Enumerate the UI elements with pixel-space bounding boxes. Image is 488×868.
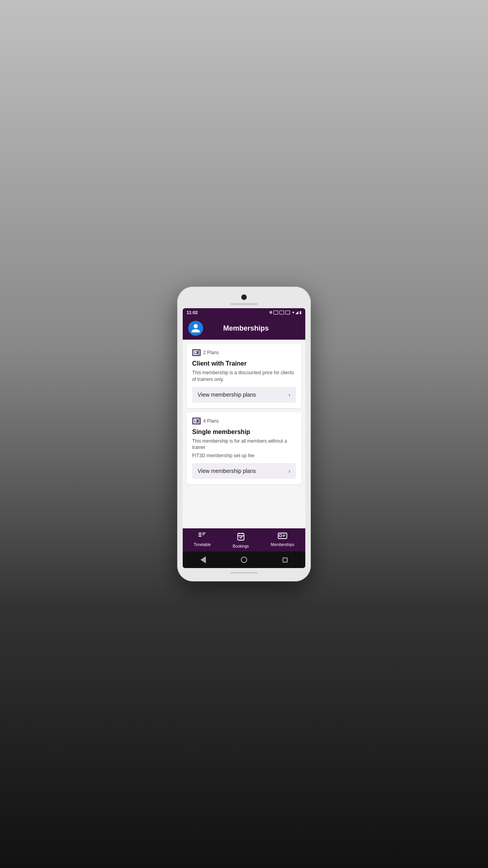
wifi-icon: ▾ — [292, 311, 294, 314]
android-recent-button[interactable] — [281, 555, 289, 564]
svg-rect-1 — [194, 352, 196, 353]
chevron-right-icon-2: › — [288, 468, 290, 474]
svg-rect-11 — [279, 535, 282, 537]
timetable-label: Timetable — [194, 542, 211, 547]
memberships-label: Memberships — [271, 542, 294, 547]
recent-icon — [283, 557, 288, 563]
svg-rect-6 — [198, 536, 202, 537]
bookings-label: Bookings — [233, 544, 249, 548]
icon-box-2 — [279, 311, 284, 314]
memberships-icon — [278, 532, 287, 541]
svg-rect-5 — [198, 534, 202, 535]
nav-item-timetable[interactable]: Timetable — [187, 531, 217, 549]
membership-title-1: Client with Trainer — [192, 360, 296, 367]
gear-icon: ⚙ — [269, 311, 272, 314]
app-header: Memberships — [183, 317, 305, 340]
view-plans-label-1: View membership plans — [198, 392, 256, 398]
bookings-icon — [237, 532, 245, 543]
membership-title-2: Single membership — [192, 428, 296, 436]
membership-desc-2: This membership is for all members witho… — [192, 438, 296, 451]
phone-bottom-bar — [230, 572, 258, 574]
plans-count-2: 4 Plans — [203, 418, 219, 424]
nav-item-bookings[interactable]: Bookings — [226, 531, 255, 549]
plans-badge-1: 2 Plans — [192, 349, 296, 356]
app-content: 2 Plans Client with Trainer This members… — [183, 340, 305, 528]
android-back-button[interactable] — [199, 555, 207, 564]
svg-rect-2 — [194, 419, 199, 423]
status-time: 11:02 — [187, 310, 198, 315]
bookings-svg — [237, 532, 245, 541]
icon-box-3 — [285, 311, 290, 314]
android-home-button[interactable] — [240, 555, 248, 564]
phone-device: 11:02 ⚙ ▾ ◢ ▮ Memberships — [177, 287, 311, 581]
plans-count-1: 2 Plans — [203, 350, 219, 355]
user-icon — [191, 323, 201, 333]
android-nav — [183, 552, 305, 568]
svg-rect-9 — [238, 533, 244, 540]
nav-item-memberships[interactable]: Memberships — [264, 531, 301, 549]
plans-badge-2: 4 Plans — [192, 417, 296, 425]
signal-icon: ◢ — [295, 311, 298, 314]
timetable-icon — [198, 532, 207, 541]
svg-rect-0 — [194, 351, 199, 355]
card-icon-1 — [193, 350, 200, 355]
bottom-nav: Timetable Bookings — [183, 528, 305, 552]
back-icon — [200, 556, 206, 563]
timetable-svg — [198, 532, 207, 539]
membership-extra-desc-2: FIT3D membership set up fee — [192, 452, 296, 459]
home-icon — [241, 557, 247, 563]
phone-screen: 11:02 ⚙ ▾ ◢ ▮ Memberships — [183, 308, 305, 568]
status-bar: 11:02 ⚙ ▾ ◢ ▮ — [183, 308, 305, 317]
membership-desc-1: This membership is a discounted price fo… — [192, 370, 296, 383]
svg-rect-4 — [198, 533, 202, 533]
card-icon-2 — [193, 419, 200, 423]
membership-card-1: 2 Plans Client with Trainer This members… — [187, 344, 301, 408]
chevron-right-icon-1: › — [288, 392, 290, 398]
svg-rect-8 — [202, 534, 204, 535]
svg-rect-7 — [202, 533, 205, 533]
svg-rect-3 — [194, 420, 196, 421]
battery-icon: ▮ — [299, 311, 301, 314]
page-title: Memberships — [207, 324, 300, 333]
plans-icon-1 — [192, 349, 201, 356]
view-plans-button-1[interactable]: View membership plans › — [192, 387, 296, 403]
view-plans-label-2: View membership plans — [198, 468, 256, 474]
phone-speaker — [230, 303, 258, 305]
memberships-svg — [278, 532, 287, 539]
membership-card-2: 4 Plans Single membership This membershi… — [187, 412, 301, 484]
avatar[interactable] — [188, 321, 203, 336]
phone-camera — [241, 294, 247, 300]
view-plans-button-2[interactable]: View membership plans › — [192, 463, 296, 479]
icon-box-1 — [273, 311, 278, 314]
status-sys-icons: ⚙ ▾ ◢ ▮ — [269, 311, 301, 314]
plans-icon-2 — [192, 417, 201, 425]
